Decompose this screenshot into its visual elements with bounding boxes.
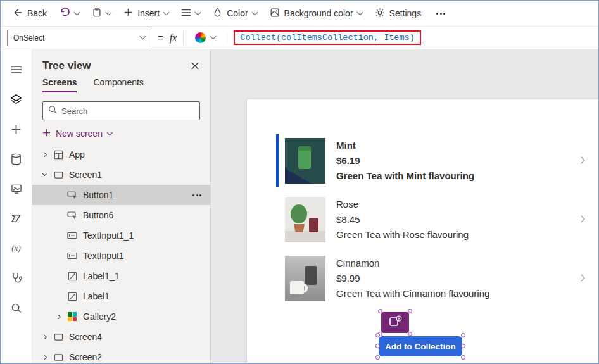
tree-item-screen1[interactable]: Screen1 — [32, 165, 210, 185]
power-apps-studio-window: Back Insert — [0, 0, 599, 364]
chevron-right-icon — [42, 334, 47, 339]
paste-button[interactable] — [86, 3, 117, 23]
background-color-label: Background color — [284, 8, 353, 18]
divider — [183, 31, 184, 45]
resize-handle[interactable] — [378, 309, 382, 313]
gallery-item-rose[interactable]: Rose $8.45 Green Tea with Rose flavourin… — [285, 194, 598, 245]
resize-handle[interactable] — [375, 333, 380, 337]
undo-icon — [60, 7, 70, 20]
background-color-button[interactable]: Background color — [264, 4, 368, 23]
close-icon[interactable] — [191, 62, 199, 70]
tree-item-label: Gallery2 — [83, 311, 116, 322]
tree-item-app[interactable]: App — [32, 144, 210, 165]
tab-screens[interactable]: Screens — [42, 77, 77, 92]
power-fx-menu-button[interactable] — [190, 30, 220, 46]
new-screen-button[interactable]: New screen — [32, 125, 210, 144]
color-button[interactable]: Color — [207, 3, 262, 23]
resize-handle[interactable] — [461, 344, 465, 348]
screen-icon — [53, 351, 64, 363]
more-commands-button[interactable] — [428, 6, 453, 21]
color-label: Color — [227, 8, 248, 18]
undo-button[interactable] — [54, 3, 85, 23]
resize-handle[interactable] — [408, 309, 412, 313]
product-description: Green Tea with Mint flavouring — [336, 168, 474, 184]
chevron-right-icon — [42, 152, 47, 156]
chevron-down-icon — [140, 34, 146, 40]
paste-clipboard-icon — [92, 7, 102, 20]
insert-plus-icon[interactable] — [10, 123, 23, 135]
reorder-button[interactable] — [175, 4, 206, 23]
tree-item-label: Screen2 — [69, 352, 102, 362]
fx-label: fx — [170, 32, 177, 44]
property-selected-value: OnSelect — [13, 34, 44, 42]
tree-item-label: Label1_1 — [83, 271, 120, 281]
tree-item-label: Button1 — [83, 190, 113, 200]
tree-item-gallery2[interactable]: Gallery2 — [32, 306, 210, 327]
item-more-button[interactable] — [190, 192, 204, 199]
insert-button[interactable]: Insert — [118, 4, 174, 23]
product-name: Rose — [336, 197, 469, 212]
tree-item-screen4[interactable]: Screen4 — [32, 327, 210, 347]
formula-input[interactable]: Collect(colItemsCollection, Items) — [234, 30, 420, 45]
gallery-item-mint[interactable]: Mint $6.19 Green Tea with Mint flavourin… — [285, 135, 598, 186]
background-color-icon — [270, 8, 280, 20]
add-to-collection-label: Add to Collection — [385, 342, 456, 351]
resize-handle[interactable] — [375, 344, 380, 348]
chevron-right-icon — [42, 355, 47, 359]
app-icon — [53, 149, 64, 160]
chevron-right-icon — [577, 215, 584, 222]
tree-item-textinput1-1[interactable]: TextInput1_1 — [32, 225, 210, 246]
tree-item-label1[interactable]: Label1 — [32, 286, 210, 306]
plus-icon — [42, 129, 51, 139]
collection-add-icon — [389, 315, 402, 330]
product-description: Green Tea with Rose flavouring — [336, 227, 469, 242]
back-button[interactable]: Back — [7, 4, 53, 23]
tree-item-label: App — [69, 149, 85, 160]
gallery-item-text: Mint $6.19 Green Tea with Mint flavourin… — [336, 138, 474, 184]
tree-item-textinput1[interactable]: TextInput1 — [32, 246, 210, 266]
media-icon[interactable] — [10, 182, 23, 195]
formula-bar: OnSelect = fx Collect(colItemsCollection… — [1, 26, 598, 49]
hamburger-menu-icon[interactable] — [10, 63, 23, 76]
button-control-icon — [66, 189, 78, 201]
settings-button[interactable]: Settings — [369, 4, 427, 23]
top-toolbar: Back Insert — [1, 1, 598, 26]
screen-icon — [53, 169, 64, 180]
tree-item-button6[interactable]: Button6 — [32, 205, 210, 225]
divider — [227, 31, 227, 45]
back-label: Back — [27, 8, 47, 18]
variables-icon[interactable]: (x) — [10, 242, 23, 254]
settings-gear-icon — [375, 8, 385, 20]
design-screen[interactable]: Mint $6.19 Green Tea with Mint flavourin… — [247, 99, 598, 363]
more-ellipsis-icon — [434, 10, 448, 17]
search-input[interactable] — [61, 106, 194, 116]
search-icon[interactable] — [10, 301, 23, 314]
gallery-item-cinnamon[interactable]: Cinnamon $9.99 Green Tea with Cinnamon f… — [285, 253, 598, 304]
resize-handle[interactable] — [461, 355, 465, 360]
resize-handle[interactable] — [375, 355, 380, 360]
tree-item-label: TextInput1_1 — [83, 230, 134, 241]
tree-item-screen2[interactable]: Screen2 — [32, 347, 210, 363]
resize-handle[interactable] — [461, 333, 465, 337]
insert-plus-icon — [123, 8, 133, 19]
chevron-down-icon — [210, 34, 217, 40]
advanced-tools-icon[interactable] — [10, 272, 23, 284]
chevron-right-icon — [577, 274, 584, 281]
product-description: Green Tea with Cinnamon flavouring — [336, 286, 489, 301]
tree-view-icon[interactable] — [10, 93, 23, 106]
gallery-item-text: Rose $8.45 Green Tea with Rose flavourin… — [336, 197, 469, 242]
tab-components[interactable]: Components — [93, 77, 143, 92]
tree-item-label1-1[interactable]: Label1_1 — [32, 266, 210, 286]
tree-item-button1[interactable]: Button1 — [32, 185, 210, 205]
add-to-collection-button[interactable]: Add to Collection — [379, 336, 462, 356]
power-fx-color-wheel-icon — [195, 32, 206, 43]
tree-view-title: Tree view — [42, 60, 91, 72]
data-cylinder-icon[interactable] — [10, 153, 23, 165]
property-selector[interactable]: OnSelect — [7, 30, 151, 46]
gallery-item-text: Cinnamon $9.99 Green Tea with Cinnamon f… — [336, 256, 489, 301]
power-automate-icon[interactable] — [10, 212, 23, 225]
add-to-collection-icon-button[interactable] — [381, 312, 409, 333]
resize-handle[interactable] — [408, 332, 412, 336]
screen-icon — [53, 331, 64, 342]
chevron-down-icon — [195, 9, 201, 15]
